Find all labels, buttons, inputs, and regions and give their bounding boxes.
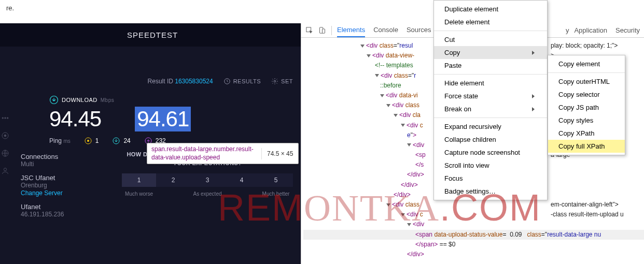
isp-block: JSC Ufanet Orenburg Change Server (21, 174, 122, 197)
upload-block: 94.61 (135, 95, 191, 131)
speedtest-panel: SPEEDTEST Result ID 16305830524 RESULTS (0, 23, 301, 264)
menu-item-collapse-children[interactable]: Collapse children (434, 133, 547, 146)
download-unit: Mbps (101, 97, 114, 103)
device-icon[interactable] (318, 26, 326, 34)
menu-item-delete-element[interactable]: Delete element (434, 16, 547, 28)
speedtest-brand-text: SPEEDTEST (127, 31, 178, 39)
menu-item-paste[interactable]: Paste (434, 59, 547, 72)
svg-point-3 (5, 118, 6, 119)
compare-cell-3[interactable]: 3 (190, 173, 225, 187)
settings-link[interactable]: SET (271, 78, 293, 85)
menu-item-copy-xpath[interactable]: Copy XPath (548, 127, 625, 140)
svg-point-2 (2, 118, 4, 119)
ping-down-jitter: 24 (112, 137, 130, 145)
change-server-link[interactable]: Change Server (21, 189, 63, 197)
globe-icon[interactable] (1, 149, 9, 157)
result-id-link[interactable]: 16305830524 (175, 78, 213, 85)
svg-point-4 (7, 118, 8, 119)
svg-point-8 (4, 168, 6, 171)
compare-cell-4[interactable]: 4 (225, 173, 259, 187)
compare-scale: 12345 (122, 173, 293, 187)
devtools-tab-sources[interactable]: Sources (407, 23, 431, 37)
svg-point-10 (274, 80, 276, 82)
menu-item-copy-selector[interactable]: Copy selector (548, 88, 625, 101)
compare-cell-2[interactable]: 2 (156, 173, 190, 187)
devtools-tab-elements[interactable]: Elements (337, 23, 365, 37)
inspect-selector: span.result-data-large.number.result-dat… (147, 143, 261, 164)
download-block: DOWNLOAD Mbps 94.45 (49, 95, 114, 131)
results-link[interactable]: RESULTS (223, 78, 261, 85)
context-menu-main[interactable]: Duplicate elementDelete elementCutCopyPa… (433, 0, 548, 200)
svg-rect-18 (323, 29, 325, 33)
menu-item-copy-js-path[interactable]: Copy JS path (548, 101, 625, 114)
history-icon (223, 78, 231, 85)
inspect-icon[interactable] (305, 26, 313, 34)
speedtest-header: SPEEDTEST (0, 23, 301, 47)
devtools-tab-console[interactable]: Console (373, 23, 398, 37)
menu-item-copy-full-xpath[interactable]: Copy full XPath (548, 140, 625, 153)
menu-item-copy[interactable]: Copy (434, 46, 547, 59)
network-icon[interactable] (1, 131, 9, 140)
menu-item-copy-element[interactable]: Copy element (548, 57, 625, 70)
context-menu-copy-sub[interactable]: Copy elementCopy outerHTMLCopy selectorC… (548, 55, 625, 155)
svg-point-13 (87, 140, 89, 142)
svg-point-6 (4, 135, 6, 137)
tab-cut: y (566, 26, 569, 34)
inspect-tooltip: span.result-data-large.number.result-dat… (147, 143, 299, 164)
menu-item-copy-styles[interactable]: Copy styles (548, 114, 625, 127)
menu-item-force-state[interactable]: Force state (434, 90, 547, 102)
latency-icon (84, 137, 92, 145)
menu-item-scroll-into-view[interactable]: Scroll into view (434, 159, 547, 172)
menu-item-copy-outerhtml[interactable]: Copy outerHTML (548, 75, 625, 88)
more-icon[interactable] (1, 114, 9, 122)
ping-latency: 1 (84, 137, 99, 145)
down-jitter-icon (112, 137, 120, 145)
download-value: 94.45 (49, 107, 114, 131)
speedtest-logo: SPEEDTEST (123, 31, 178, 39)
inspect-dimensions: 74.5 × 45 (261, 148, 298, 159)
compare-cell-5[interactable]: 5 (259, 173, 293, 187)
devtools-tab-security[interactable]: Security (615, 24, 640, 37)
menu-item-duplicate-element[interactable]: Duplicate element (434, 3, 547, 16)
menu-item-badge-settings-[interactable]: Badge settings… (434, 185, 547, 198)
menu-item-break-on[interactable]: Break on (434, 102, 547, 115)
download-label: DOWNLOAD (62, 97, 97, 103)
server-block: Ufanet 46.191.185.236 (21, 203, 122, 218)
upload-value[interactable]: 94.61 (135, 107, 191, 131)
menu-item-cut[interactable]: Cut (434, 33, 547, 46)
connections-block: Connections Multi (21, 153, 122, 168)
menu-item-expand-recursively[interactable]: Expand recursively (434, 120, 547, 133)
menu-item-hide-element[interactable]: Hide element (434, 77, 547, 90)
user-icon[interactable] (1, 167, 9, 175)
menu-item-capture-node-screenshot[interactable]: Capture node screenshot (434, 146, 547, 159)
compare-cell-1[interactable]: 1 (122, 173, 156, 187)
menu-item-focus[interactable]: Focus (434, 172, 547, 185)
speedtest-sidebar (0, 47, 10, 224)
result-id-label: Result ID 16305830524 (148, 78, 213, 85)
ping-label: Ping (49, 137, 62, 144)
gear-icon (271, 78, 278, 85)
devtools-tab-application[interactable]: Application (574, 24, 607, 37)
download-icon (49, 95, 59, 105)
